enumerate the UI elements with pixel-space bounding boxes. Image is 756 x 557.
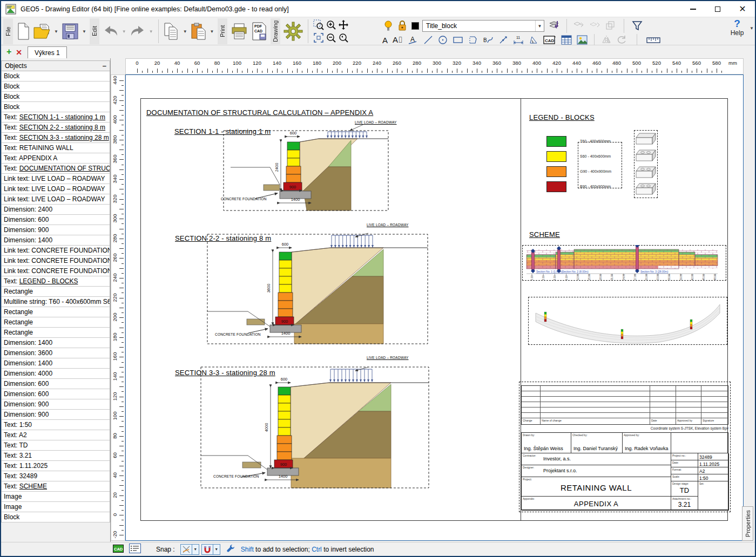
object-list-item[interactable]: Block [2, 92, 110, 102]
maximize-button[interactable] [705, 1, 730, 17]
object-list-item[interactable]: Text: TD [2, 440, 110, 451]
selection-tools-button[interactable] [226, 544, 235, 555]
object-list-item[interactable]: Dimension: 900 [2, 399, 110, 410]
object-list-item[interactable]: Multiline string: T60 - 400x600mm S60 - … [2, 297, 110, 307]
object-list-item[interactable]: Link text: LIVE LOAD – ROADWAY [2, 184, 110, 194]
object-list-item[interactable]: Text: SCHEME [2, 481, 110, 492]
live-load-label-3[interactable]: LIVE LOAD – ROADWAY [367, 356, 409, 359]
rotate-button[interactable] [616, 34, 629, 46]
rectangle-tool-button[interactable] [451, 35, 464, 45]
legend-swatch[interactable] [546, 166, 566, 177]
text-tool-button[interactable]: A [381, 35, 389, 46]
add-tab-button[interactable]: + [6, 47, 11, 57]
scheme-elevation[interactable]: Section No. 1 (1.00m)Section No. 2 (8.00… [522, 245, 726, 281]
concrete-foundation-label-2[interactable]: CONCRETE FOUNDATION [215, 332, 261, 336]
properties-panel-tab[interactable]: Properties [742, 506, 753, 541]
object-list-item[interactable]: Block [2, 81, 110, 92]
settings-button[interactable] [282, 21, 304, 42]
live-load-label-1[interactable]: LIVE LOAD – ROADWAY [355, 120, 397, 124]
object-list-item[interactable]: Image [2, 492, 110, 502]
legend-swatch[interactable] [546, 136, 566, 147]
object-list-item[interactable]: Link text: LIVE LOAD – ROADWAY [2, 194, 110, 205]
zoom-extents-button[interactable] [313, 32, 325, 44]
object-list-item[interactable]: Dimension: 600 [2, 379, 110, 389]
object-list-item[interactable]: Link text: LIVE LOAD – ROADWAY [2, 174, 110, 184]
file-menu-button[interactable]: File [3, 18, 13, 44]
pdf-cad-export-button[interactable]: PDFCAD [250, 21, 268, 42]
close-tab-button[interactable]: ✕ [16, 48, 22, 57]
copy-button[interactable] [163, 22, 181, 41]
duplicate-object-button[interactable] [604, 19, 617, 32]
object-list-item[interactable]: Text: SECTION 3-3 - stationing 28 m [2, 133, 110, 143]
magnet-snap-button[interactable]: ▼ [201, 544, 220, 555]
object-list-toggle[interactable] [129, 544, 141, 555]
object-list-item[interactable]: Text: SECTION 1-1 - stationing 1 m [2, 112, 110, 123]
zoom-select-button[interactable] [312, 18, 325, 31]
legend-swatch[interactable] [546, 151, 566, 162]
object-list-item[interactable]: Dimension: 3600 [2, 348, 110, 358]
save-button[interactable] [60, 22, 80, 41]
print-menu-button[interactable]: Print [218, 18, 227, 44]
object-list-item[interactable]: Dimension: 1400 [2, 358, 110, 369]
text-edit-tool-button[interactable]: A⌷ [392, 34, 404, 46]
object-list-item[interactable]: Text: LEGEND - BLOCKS [2, 276, 110, 287]
cad-import-button[interactable]: CAD [542, 34, 557, 46]
object-list-item[interactable]: Block [2, 102, 110, 112]
object-list-item[interactable]: Link text: CONCRETE FOUNDATION [2, 256, 110, 266]
object-list-item[interactable]: Text: DOCUMENTATION OF STRUCTURAL CALCUL… [2, 164, 110, 174]
zoom-out-button[interactable] [325, 32, 337, 44]
polygon-tool-button[interactable] [467, 34, 479, 46]
scheme-section-label[interactable]: Section No. 3 (28.00m) [640, 270, 669, 273]
object-list-item[interactable]: Dimension: 600 [2, 215, 110, 225]
layer-combobox-caret[interactable]: ▼ [535, 21, 544, 31]
spline-text-tool-button[interactable]: B [482, 34, 495, 46]
move-to-layer-button[interactable] [546, 19, 562, 33]
angle-dimension-tool-button[interactable] [528, 34, 539, 46]
object-list-item[interactable]: Text: 1:50 [2, 420, 110, 430]
open-dropdown[interactable]: ▼ [53, 29, 59, 34]
copy-dropdown[interactable]: ▼ [182, 29, 188, 34]
object-list-item[interactable]: Text: 32489 [2, 471, 110, 481]
edit-menu-button[interactable]: Edit [90, 18, 99, 44]
object-list-item[interactable]: Rectangle [2, 287, 110, 297]
title-block[interactable]: ChangeName of changeDateApproved bySigna… [521, 385, 728, 510]
objects-panel-minimize-button[interactable]: – [103, 63, 106, 69]
mirror-button[interactable] [600, 34, 613, 46]
leader-tool-button[interactable] [497, 34, 509, 46]
object-list-item[interactable]: Image [2, 502, 110, 512]
minimize-button[interactable] [680, 1, 705, 17]
lock-layer-button[interactable] [396, 19, 408, 33]
layer-color-swatch[interactable] [410, 21, 420, 31]
link-text-tool-button[interactable]: A [407, 34, 420, 46]
visibility-button[interactable] [382, 19, 394, 33]
legend-swatch[interactable] [546, 181, 566, 192]
scheme-title[interactable]: SCHEME [529, 230, 560, 239]
help-dropdown[interactable]: ▼ [750, 26, 754, 31]
object-list-item[interactable]: Dimension: 600 [2, 389, 110, 399]
scheme-section-label[interactable]: Section No. 2 (8.00m) [562, 270, 589, 273]
zoom-in-button[interactable] [325, 19, 337, 31]
dimension-tool-button[interactable]: 11 [512, 34, 525, 46]
table-tool-button[interactable] [560, 34, 573, 46]
redo-dropdown[interactable]: ▼ [148, 29, 154, 34]
concrete-foundation-label-3[interactable]: CONCRETE FOUNDATION [213, 474, 259, 478]
snap-mode-dropdown[interactable]: ▼ [192, 544, 199, 555]
drawing-viewport[interactable]: DOCUMENTATION OF STRUCTURAL CALCULATION … [125, 74, 744, 541]
section-title-2[interactable]: SECTION 2-2 - stationing 8 m [175, 234, 271, 242]
object-list-item[interactable]: Block [2, 512, 110, 522]
object-list-item[interactable]: Text: A2 [2, 430, 110, 440]
copy-object-layer-button[interactable] [572, 19, 586, 32]
object-list-item[interactable]: Text: 1.11.2025 [2, 461, 110, 471]
zoom-previous-button[interactable] [338, 32, 349, 44]
object-list-item[interactable]: Text: 3.21 [2, 451, 110, 461]
concrete-foundation-label-1[interactable]: CONCRETE FOUNDATION [221, 197, 267, 201]
object-list-item[interactable]: Rectangle [2, 307, 110, 317]
object-list-item[interactable]: Text: SECTION 2-2 - stationing 8 m [2, 123, 110, 133]
image-tool-button[interactable] [576, 34, 589, 46]
print-button[interactable] [230, 22, 249, 41]
object-list-item[interactable]: Dimension: 4000 [2, 369, 110, 379]
object-list-item[interactable]: Dimension: 1400 [2, 235, 110, 246]
move-object-layer-button[interactable] [588, 19, 602, 32]
open-file-button[interactable] [32, 22, 52, 40]
paste-dropdown[interactable]: ▼ [209, 29, 215, 34]
